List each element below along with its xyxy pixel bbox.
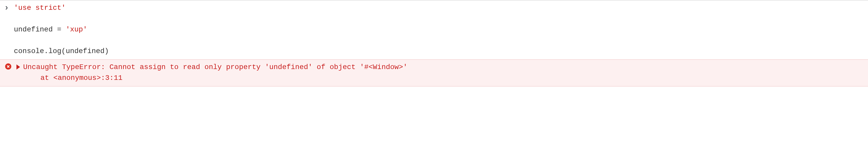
error-text: Uncaught TypeError: Cannot assign to rea… — [23, 62, 407, 83]
error-stack: at <anonymous>:3:11 — [23, 74, 122, 82]
console-error-entry[interactable]: Uncaught TypeError: Cannot assign to rea… — [0, 59, 868, 86]
prompt-chevron-icon — [5, 2, 14, 14]
error-icon-col — [5, 62, 14, 70]
code-string-literal: 'use strict' — [14, 4, 66, 12]
code-call: console.log(undefined) — [14, 47, 109, 55]
error-message: Uncaught TypeError: Cannot assign to rea… — [23, 63, 407, 71]
code-operator: = — [57, 26, 61, 33]
console-panel: 'use strict' undefined = 'xup' console.l… — [0, 0, 868, 86]
disclosure-triangle-icon[interactable] — [17, 64, 20, 70]
error-icon — [5, 63, 11, 70]
error-body: Uncaught TypeError: Cannot assign to rea… — [14, 62, 863, 83]
code-identifier: undefined — [14, 26, 57, 33]
console-input-code[interactable]: 'use strict' undefined = 'xup' console.l… — [14, 2, 863, 57]
code-string-literal: 'xup' — [66, 26, 87, 33]
code-space — [61, 26, 66, 33]
console-input-entry[interactable]: 'use strict' undefined = 'xup' console.l… — [0, 1, 868, 59]
